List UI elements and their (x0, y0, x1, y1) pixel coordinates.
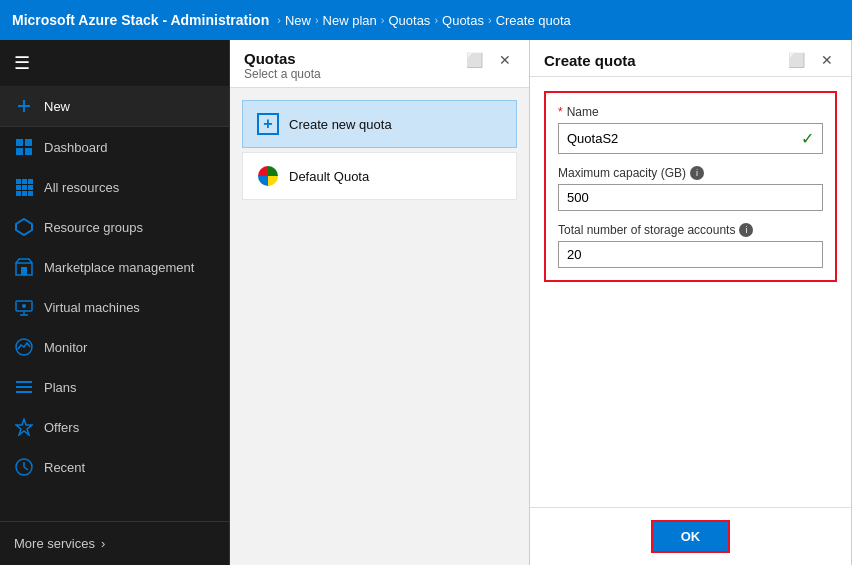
name-label-text: Name (567, 105, 599, 119)
total-accounts-input[interactable] (567, 247, 814, 262)
total-accounts-input-wrapper (558, 241, 823, 268)
quotas-panel-maximize[interactable]: ⬜ (462, 50, 487, 70)
svg-rect-3 (25, 139, 32, 146)
all-resources-icon (14, 177, 34, 197)
sidebar-plans-label: Plans (44, 380, 77, 395)
svg-point-21 (22, 304, 26, 308)
max-capacity-form-group: Maximum capacity (GB) i (558, 166, 823, 211)
offers-icon (14, 417, 34, 437)
total-accounts-label-text: Total number of storage accounts (558, 223, 735, 237)
svg-rect-5 (25, 148, 32, 155)
resource-groups-icon (14, 217, 34, 237)
max-capacity-info-icon[interactable]: i (690, 166, 704, 180)
sidebar-item-offers[interactable]: Offers (0, 407, 229, 447)
quotas-panel-close[interactable]: ✕ (495, 50, 515, 70)
more-services[interactable]: More services › (0, 521, 229, 565)
plans-icon (14, 377, 34, 397)
default-quota-label: Default Quota (289, 169, 369, 184)
breadcrumb-new: New (285, 13, 311, 28)
sidebar-item-marketplace[interactable]: Marketplace management (0, 247, 229, 287)
quotas-panel: Quotas Select a quota ⬜ ✕ + Create new q… (230, 40, 530, 565)
form-section: * Name ✓ Maximum capacity (GB) i (544, 91, 837, 282)
name-input-wrapper: ✓ (558, 123, 823, 154)
svg-rect-11 (28, 185, 33, 190)
svg-rect-12 (16, 191, 21, 196)
app-title: Microsoft Azure Stack - Administration (12, 12, 269, 28)
quotas-panel-title: Quotas (244, 50, 321, 67)
sidebar-all-resources-label: All resources (44, 180, 119, 195)
sidebar-item-new[interactable]: New (0, 86, 229, 127)
svg-rect-6 (16, 179, 21, 184)
sidebar-item-plans[interactable]: Plans (0, 367, 229, 407)
max-capacity-input-wrapper (558, 184, 823, 211)
breadcrumb-createquota: Create quota (496, 13, 571, 28)
sidebar-dashboard-label: Dashboard (44, 140, 108, 155)
hamburger-icon: ☰ (14, 53, 30, 73)
create-quota-maximize[interactable]: ⬜ (784, 50, 809, 70)
breadcrumb-quotas2: Quotas (442, 13, 484, 28)
svg-rect-17 (21, 267, 27, 275)
default-quota-icon (257, 165, 279, 187)
sidebar-offers-label: Offers (44, 420, 79, 435)
chevron-right-icon: › (101, 536, 105, 551)
svg-line-29 (24, 467, 28, 470)
new-plus-icon (14, 96, 34, 116)
sidebar-item-monitor[interactable]: Monitor (0, 327, 229, 367)
dashboard-icon (14, 137, 34, 157)
create-new-quota-button[interactable]: + Create new quota (242, 100, 517, 148)
ok-button[interactable]: OK (651, 520, 731, 553)
main-layout: ☰ New Dashboard (0, 40, 852, 565)
create-new-quota-label: Create new quota (289, 117, 392, 132)
required-star: * (558, 105, 563, 119)
sidebar-item-resource-groups[interactable]: Resource groups (0, 207, 229, 247)
sidebar-resource-groups-label: Resource groups (44, 220, 143, 235)
svg-rect-23 (16, 381, 32, 383)
create-quota-panel-header: Create quota ⬜ ✕ (530, 40, 851, 77)
create-quota-title: Create quota (544, 52, 636, 69)
sidebar-monitor-label: Monitor (44, 340, 87, 355)
svg-rect-2 (16, 139, 23, 146)
create-new-quota-icon: + (257, 113, 279, 135)
total-accounts-form-group: Total number of storage accounts i (558, 223, 823, 268)
recent-icon (14, 457, 34, 477)
check-icon: ✓ (801, 129, 814, 148)
svg-rect-7 (22, 179, 27, 184)
sidebar-item-all-resources[interactable]: All resources (0, 167, 229, 207)
create-quota-footer: OK (530, 507, 851, 565)
total-accounts-info-icon[interactable]: i (739, 223, 753, 237)
create-quota-close[interactable]: ✕ (817, 50, 837, 70)
svg-rect-24 (16, 386, 32, 388)
svg-marker-26 (16, 419, 32, 435)
quotas-panel-header: Quotas Select a quota ⬜ ✕ (230, 40, 529, 88)
total-accounts-label: Total number of storage accounts i (558, 223, 823, 237)
quotas-panel-subtitle: Select a quota (244, 67, 321, 81)
sidebar-vms-label: Virtual machines (44, 300, 140, 315)
name-form-group: * Name ✓ (558, 105, 823, 154)
name-input[interactable] (567, 131, 801, 146)
breadcrumb-newplan: New plan (323, 13, 377, 28)
monitor-icon (14, 337, 34, 357)
create-quota-body: * Name ✓ Maximum capacity (GB) i (530, 77, 851, 296)
sidebar: ☰ New Dashboard (0, 40, 230, 565)
svg-rect-9 (16, 185, 21, 190)
svg-rect-4 (16, 148, 23, 155)
svg-marker-15 (16, 219, 32, 235)
sidebar-item-recent[interactable]: Recent (0, 447, 229, 487)
svg-rect-8 (28, 179, 33, 184)
max-capacity-label: Maximum capacity (GB) i (558, 166, 823, 180)
sidebar-item-dashboard[interactable]: Dashboard (0, 127, 229, 167)
svg-rect-25 (16, 391, 32, 393)
content-area: Quotas Select a quota ⬜ ✕ + Create new q… (230, 40, 852, 565)
more-services-label: More services (14, 536, 95, 551)
create-quota-panel: Create quota ⬜ ✕ * Name (530, 40, 852, 565)
svg-rect-14 (28, 191, 33, 196)
quotas-panel-body: + Create new quota Default Quota (230, 88, 529, 212)
max-capacity-input[interactable] (567, 190, 814, 205)
sidebar-new-label: New (44, 99, 70, 114)
default-quota-item[interactable]: Default Quota (242, 152, 517, 200)
top-bar: Microsoft Azure Stack - Administration ›… (0, 0, 852, 40)
max-capacity-label-text: Maximum capacity (GB) (558, 166, 686, 180)
menu-button[interactable]: ☰ (0, 40, 229, 86)
sidebar-recent-label: Recent (44, 460, 85, 475)
sidebar-item-virtual-machines[interactable]: Virtual machines (0, 287, 229, 327)
